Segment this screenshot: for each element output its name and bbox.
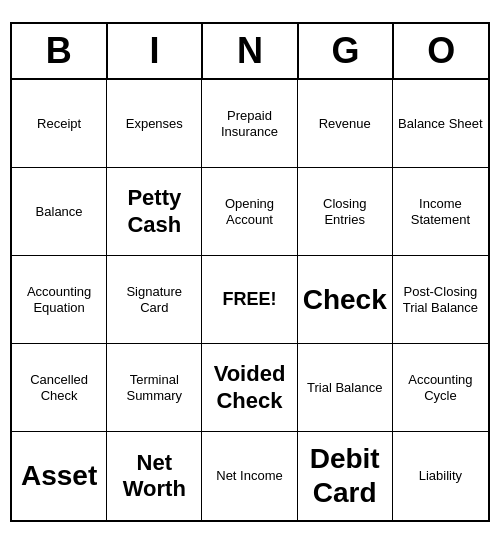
cell-text-4: Balance Sheet	[398, 116, 483, 132]
cell-text-19: Accounting Cycle	[397, 372, 484, 403]
bingo-cell-7: Opening Account	[202, 168, 297, 256]
bingo-grid: ReceiptExpensesPrepaid InsuranceRevenueB…	[12, 80, 488, 520]
cell-text-0: Receipt	[37, 116, 81, 132]
bingo-cell-22: Net Income	[202, 432, 297, 520]
bingo-cell-14: Post-Closing Trial Balance	[393, 256, 488, 344]
bingo-cell-12: FREE!	[202, 256, 297, 344]
cell-text-2: Prepaid Insurance	[206, 108, 292, 139]
cell-text-20: Asset	[21, 459, 97, 493]
cell-text-17: Voided Check	[206, 361, 292, 414]
cell-text-23: Debit Card	[302, 442, 388, 509]
bingo-cell-8: Closing Entries	[298, 168, 393, 256]
cell-text-8: Closing Entries	[302, 196, 388, 227]
bingo-cell-6: Petty Cash	[107, 168, 202, 256]
bingo-cell-10: Accounting Equation	[12, 256, 107, 344]
bingo-cell-23: Debit Card	[298, 432, 393, 520]
bingo-cell-19: Accounting Cycle	[393, 344, 488, 432]
bingo-card: BINGO ReceiptExpensesPrepaid InsuranceRe…	[10, 22, 490, 522]
bingo-cell-9: Income Statement	[393, 168, 488, 256]
bingo-cell-24: Liability	[393, 432, 488, 520]
bingo-cell-15: Cancelled Check	[12, 344, 107, 432]
bingo-cell-0: Receipt	[12, 80, 107, 168]
header-letter-N: N	[203, 24, 299, 80]
cell-text-11: Signature Card	[111, 284, 197, 315]
header-letter-G: G	[299, 24, 395, 80]
bingo-cell-3: Revenue	[298, 80, 393, 168]
cell-text-14: Post-Closing Trial Balance	[397, 284, 484, 315]
header-letter-B: B	[12, 24, 108, 80]
bingo-cell-13: Check	[298, 256, 393, 344]
cell-text-18: Trial Balance	[307, 380, 382, 396]
cell-text-9: Income Statement	[397, 196, 484, 227]
cell-text-12: FREE!	[222, 289, 276, 311]
bingo-cell-1: Expenses	[107, 80, 202, 168]
bingo-header: BINGO	[12, 24, 488, 80]
bingo-cell-4: Balance Sheet	[393, 80, 488, 168]
cell-text-7: Opening Account	[206, 196, 292, 227]
cell-text-15: Cancelled Check	[16, 372, 102, 403]
cell-text-5: Balance	[36, 204, 83, 220]
cell-text-16: Terminal Summary	[111, 372, 197, 403]
cell-text-21: Net Worth	[111, 450, 197, 503]
header-letter-O: O	[394, 24, 488, 80]
cell-text-24: Liability	[419, 468, 462, 484]
bingo-cell-17: Voided Check	[202, 344, 297, 432]
bingo-cell-20: Asset	[12, 432, 107, 520]
bingo-cell-2: Prepaid Insurance	[202, 80, 297, 168]
bingo-cell-21: Net Worth	[107, 432, 202, 520]
bingo-cell-16: Terminal Summary	[107, 344, 202, 432]
cell-text-10: Accounting Equation	[16, 284, 102, 315]
bingo-cell-18: Trial Balance	[298, 344, 393, 432]
cell-text-3: Revenue	[319, 116, 371, 132]
cell-text-1: Expenses	[126, 116, 183, 132]
header-letter-I: I	[108, 24, 204, 80]
bingo-cell-5: Balance	[12, 168, 107, 256]
cell-text-6: Petty Cash	[111, 185, 197, 238]
cell-text-22: Net Income	[216, 468, 282, 484]
cell-text-13: Check	[303, 283, 387, 317]
bingo-cell-11: Signature Card	[107, 256, 202, 344]
